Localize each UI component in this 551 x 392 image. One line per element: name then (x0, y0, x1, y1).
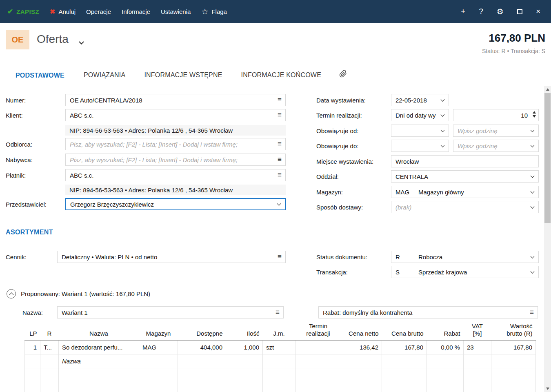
sposob-dostawy-select[interactable]: (brak) (391, 201, 539, 213)
cell-cena-netto[interactable]: 136,42 (341, 341, 382, 354)
tab-podstawowe[interactable]: PODSTAWOWE (6, 68, 74, 83)
tab-powiazania[interactable]: POWIĄZANIA (74, 67, 135, 83)
help-icon[interactable]: ? (479, 7, 483, 16)
spinner-up-icon[interactable] (533, 111, 536, 114)
cell-lp[interactable] (25, 354, 40, 368)
cell-nazwa[interactable] (59, 368, 139, 382)
cell-dostepne[interactable] (178, 382, 226, 392)
table-empty-row[interactable] (25, 382, 536, 392)
cell-termin[interactable] (295, 354, 341, 368)
cell-magazyn[interactable] (139, 354, 178, 368)
tab-informacje-wstepne[interactable]: INFORMACJE WSTĘPNE (135, 67, 231, 83)
doc-title-chevron-icon[interactable] (78, 39, 84, 47)
cell-rabat[interactable] (427, 382, 464, 392)
cennik-field[interactable]: Detaliczny • Waluta: PLN • od netto ≡ (57, 251, 286, 263)
cell-termin[interactable] (295, 341, 341, 354)
cell-jm[interactable] (263, 368, 295, 382)
save-button[interactable]: ✔ ZAPISZ (7, 7, 39, 16)
obowiazuje-od-date-select[interactable] (391, 125, 449, 137)
variant-collapse-button[interactable] (7, 289, 16, 298)
klient-field[interactable]: ABC s.c. ≡ (65, 109, 286, 121)
col-cena-brutto[interactable]: Cena brutto (382, 323, 427, 341)
cell-rabat[interactable]: 0,00 % (427, 341, 464, 354)
cell-magazyn[interactable] (139, 368, 178, 382)
obowiazuje-do-time-select[interactable]: Wpisz godzinę (453, 140, 539, 152)
maximize-icon[interactable] (517, 9, 522, 14)
status-dokumentu-select[interactable]: R Robocza (391, 251, 539, 263)
col-cena-netto[interactable]: Cena netto (341, 323, 382, 341)
cell-jm[interactable]: szt (263, 341, 295, 354)
vertical-scrollbar[interactable] (544, 86, 551, 392)
cell-rabat[interactable] (427, 368, 464, 382)
nabywca-field[interactable]: Pisz, aby wyszukać; [F2] - Lista; [Inser… (65, 154, 286, 166)
miejsce-wystawienia-input[interactable]: Wrocław (391, 155, 539, 167)
col-jm[interactable]: J.m. (263, 323, 295, 341)
rabat-menu-icon[interactable]: ≡ (530, 308, 534, 316)
przedstawiciel-select[interactable]: Grzegorz Brzęczyszczykiewicz (65, 198, 286, 210)
col-lp[interactable]: LP (25, 323, 40, 341)
cell-magazyn[interactable] (139, 382, 178, 392)
table-empty-row[interactable] (25, 368, 536, 382)
cell-nazwa[interactable] (59, 382, 139, 392)
termin-realizacji-select[interactable]: Dni od daty wy (391, 109, 449, 121)
cell-magazyn[interactable]: MAG (139, 341, 178, 354)
close-icon[interactable]: × (536, 7, 540, 16)
flag-button[interactable]: ☆ Flaga (201, 7, 227, 16)
wariant-nazwa-menu-icon[interactable]: ≡ (276, 308, 280, 316)
numer-menu-icon[interactable]: ≡ (278, 96, 282, 104)
termin-dni-spinner[interactable] (533, 111, 536, 118)
cell-cena-brutto[interactable] (382, 368, 427, 382)
cell-cena-netto[interactable] (341, 368, 382, 382)
nabywca-menu-icon[interactable]: ≡ (278, 156, 282, 164)
cell-dostepne[interactable]: 404,000 (178, 341, 226, 354)
menu-ustawienia[interactable]: Ustawienia (161, 8, 191, 15)
cell-dostepne[interactable] (178, 354, 226, 368)
klient-menu-icon[interactable]: ≡ (278, 111, 282, 119)
wariant-nazwa-field[interactable]: Wariant 1 ≡ (57, 306, 284, 318)
spinner-down-icon[interactable] (533, 115, 536, 118)
oddzial-select[interactable]: CENTRALA (391, 170, 539, 183)
cell-termin[interactable] (295, 382, 341, 392)
data-wystawienia-select[interactable]: 22-05-2018 (391, 94, 449, 106)
cell-lp[interactable]: 1 (25, 341, 40, 354)
cell-ilosc[interactable] (226, 368, 263, 382)
cell-nazwa-placeholder[interactable]: Nazwa (59, 354, 139, 368)
cell-jm[interactable] (263, 354, 295, 368)
cell-vat[interactable] (464, 368, 491, 382)
scroll-down-icon[interactable] (544, 385, 551, 392)
col-nazwa[interactable]: Nazwa (59, 323, 139, 341)
pin-window-icon[interactable]: + (461, 7, 465, 16)
cancel-button[interactable]: ✖ Anuluj (50, 8, 76, 16)
cennik-menu-icon[interactable]: ≡ (278, 253, 282, 261)
cell-ilosc[interactable]: 1,000 (226, 341, 263, 354)
obowiazuje-od-time-select[interactable]: Wpisz godzinę (453, 125, 539, 137)
cell-ilosc[interactable] (226, 354, 263, 368)
platnik-field[interactable]: ABC s.c. ≡ (65, 169, 286, 181)
menu-operacje[interactable]: Operacje (86, 8, 111, 15)
cell-cena-brutto[interactable] (382, 382, 427, 392)
col-dostepne[interactable]: Dostępne (178, 323, 226, 341)
col-vat[interactable]: VAT [%] (464, 323, 491, 341)
cell-nazwa[interactable]: So dezodorant perfu... (59, 341, 139, 354)
col-termin-realizacji[interactable]: Termin realizacji (295, 323, 341, 341)
rabat-field[interactable]: Rabat: domyślny dla kontrahenta ≡ (318, 306, 538, 318)
cell-ilosc[interactable] (226, 382, 263, 392)
odbiorca-field[interactable]: Pisz, aby wyszukać; [F2] - Lista; [Inser… (65, 138, 286, 150)
cell-cena-netto[interactable] (341, 354, 382, 368)
cell-r[interactable] (40, 382, 59, 392)
scrollbar-thumb[interactable] (544, 93, 551, 223)
cell-jm[interactable] (263, 382, 295, 392)
scroll-up-icon[interactable] (544, 86, 551, 93)
odbiorca-menu-icon[interactable]: ≡ (278, 140, 282, 148)
cell-lp[interactable] (25, 368, 40, 382)
cell-wartosc-brutto[interactable] (491, 382, 536, 392)
cell-cena-brutto[interactable]: 167,80 (382, 341, 427, 354)
col-ilosc[interactable]: Ilość (226, 323, 263, 341)
cell-termin[interactable] (295, 368, 341, 382)
cell-lp[interactable] (25, 382, 40, 392)
platnik-menu-icon[interactable]: ≡ (278, 171, 282, 179)
cell-vat[interactable]: 23 (464, 341, 491, 354)
cell-cena-netto[interactable] (341, 382, 382, 392)
cell-r[interactable] (40, 354, 59, 368)
cell-wartosc-brutto[interactable]: 167,80 (491, 341, 536, 354)
